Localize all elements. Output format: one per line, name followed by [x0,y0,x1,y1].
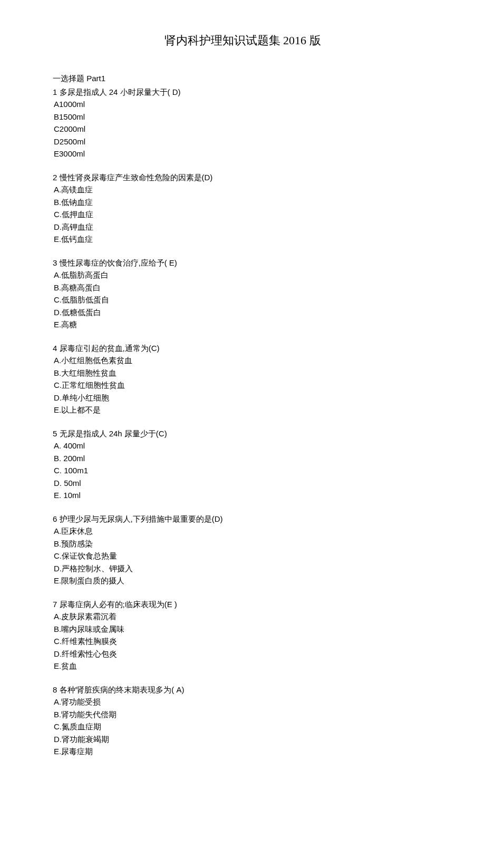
question-block: 2 慢性肾炎尿毒症产生致命性危险的因素是(D)A.高镁血症B.低钠血症C.低押血… [53,172,432,246]
option: B.预防感染 [53,538,432,550]
option: B. 200ml [53,453,432,465]
question-text: 3 慢性尿毒症的饮食治疗,应给予( E) [53,257,432,269]
option: C.纤维素性胸膜炎 [53,636,432,648]
option: D.纤维索性心包炎 [53,648,432,660]
option: A.低脂肪高蛋白 [53,269,432,281]
option: D.单纯小红细胞 [53,392,432,404]
option: E. 10ml [53,490,432,502]
option: C.低押血症 [53,209,432,221]
option: E3000ml [53,148,432,160]
question-block: 7 尿毒症病人必有的;临床表现为(E )A.皮肤尿素霜沉着B.嘴内尿味或金属味C… [53,599,432,672]
questions-container: 1 多尿是指成人 24 小时尿量大于( D)A1000mlB1500mlC200… [53,86,432,758]
option: B.大红细胞性贫血 [53,367,432,379]
option: B.肾功能失代偿期 [53,709,432,721]
option: B.嘴内尿味或金属味 [53,623,432,636]
question-block: 1 多尿是指成人 24 小时尿量大于( D)A1000mlB1500mlC200… [53,86,432,160]
option: A.肾功能受损 [53,696,432,708]
option: E.高糖 [53,319,432,331]
question-block: 5 无尿是指成人 24h 尿量少于(C)A. 400mlB. 200mlC. 1… [53,428,432,502]
question-text: 2 慢性肾炎尿毒症产生致命性危险的因素是(D) [53,172,432,184]
page-title: 肾内科护理知识试题集 2016 版 [53,32,432,49]
option: D2500ml [53,136,432,148]
question-block: 4 尿毒症引起的贫血,通常为(C)A.小红组胞低色素贫血B.大红细胞性贫血C.正… [53,343,432,416]
option: C.正常红细胞性贫血 [53,379,432,392]
question-text: 7 尿毒症病人必有的;临床表现为(E ) [53,599,432,611]
option: E.尿毒症期 [53,746,432,758]
option: C.保证饮食总热量 [53,550,432,562]
option: D.高钾血症 [53,221,432,233]
question-text: 5 无尿是指成人 24h 尿量少于(C) [53,428,432,440]
option: A1000ml [53,99,432,111]
option: A.臣床休息 [53,525,432,538]
option: C.氮质血症期 [53,721,432,733]
option: D. 50ml [53,477,432,490]
option: D.低糖低蛋白 [53,307,432,319]
option: E.限制蛋白质的摄人 [53,575,432,587]
option: C2000ml [53,123,432,135]
question-text: 8 各种'肾脏疾病的终末期表现多为( A) [53,684,432,696]
section-header: 一选择题 Part1 [53,73,432,85]
option: A.小红组胞低色素贫血 [53,355,432,367]
option: B1500ml [53,111,432,123]
option: D.严格控制水、钾摄入 [53,563,432,575]
option: A.皮肤尿素霜沉着 [53,611,432,623]
option: C. 100m1 [53,465,432,477]
option: B.低钠血症 [53,197,432,209]
option: E.贫血 [53,660,432,672]
question-block: 6 护理少尿与无尿病人,下列措施中最重要的是(D)A.臣床休息B.预防感染C.保… [53,513,432,587]
option: D.肾功能衰竭期 [53,734,432,746]
option: B.高糖高蛋白 [53,282,432,294]
question-block: 3 慢性尿毒症的饮食治疗,应给予( E)A.低脂肪高蛋白B.高糖高蛋白C.低脂肪… [53,257,432,331]
question-text: 4 尿毒症引起的贫血,通常为(C) [53,343,432,355]
option: C.低脂肪低蛋自 [53,294,432,306]
option: E.以上都不是 [53,404,432,416]
question-block: 8 各种'肾脏疾病的终末期表现多为( A)A.肾功能受损B.肾功能失代偿期C.氮… [53,684,432,758]
option: E.低钙血症 [53,233,432,246]
option: A.高镁血症 [53,184,432,196]
option: A. 400ml [53,440,432,452]
question-text: 6 护理少尿与无尿病人,下列措施中最重要的是(D) [53,513,432,525]
question-text: 1 多尿是指成人 24 小时尿量大于( D) [53,86,432,99]
